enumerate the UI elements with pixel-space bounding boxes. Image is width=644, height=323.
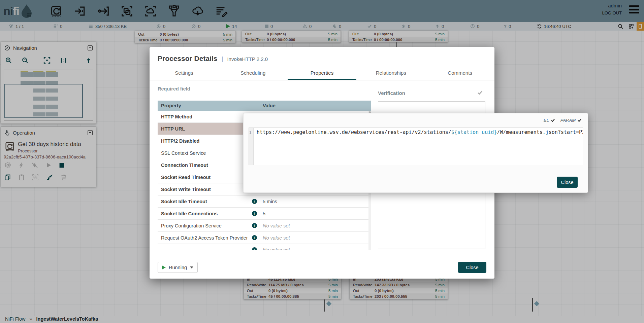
property-name: SSL Context Service (161, 150, 206, 156)
column-header-property: Property (158, 103, 259, 108)
property-name: Socket Read Timeout (161, 175, 211, 180)
title-separator: | (221, 55, 223, 63)
property-value: No value set (259, 223, 371, 228)
property-value: No value set (259, 247, 371, 251)
dialog-title-row: Processor Details | InvokeHTTP 2.2.0 (158, 55, 268, 63)
table-row[interactable]: Request OAuth2 Access Token ProvideriNo … (158, 232, 371, 244)
url-text: /W/measurements.json?start=P30D (497, 129, 583, 135)
column-header-value: Value (259, 103, 371, 108)
chevron-down-icon (190, 266, 193, 268)
tab-properties[interactable]: Properties (288, 67, 357, 80)
property-name: Request OAuth2 Access Token Provider (161, 235, 248, 241)
info-icon: i (252, 223, 257, 228)
info-icon: i (252, 247, 257, 250)
required-field-label: Required field (158, 86, 190, 92)
value-code-editor[interactable]: 1 https://www.pegelonline.wsv.de/webserv… (249, 128, 583, 165)
line-number-gutter: 1 (249, 128, 254, 165)
property-name: HTTP Method (161, 114, 192, 119)
property-value: No value set (259, 235, 371, 241)
running-play-icon (162, 265, 166, 270)
param-label: PARAM (560, 118, 576, 123)
info-icon: i (252, 211, 257, 216)
dialog-tabs: Settings Scheduling Properties Relations… (150, 67, 494, 80)
property-value: 5 mins (259, 199, 371, 204)
info-icon: i (252, 235, 257, 240)
property-name: Socket Write Timeout (161, 187, 211, 192)
run-state-button[interactable]: Running (158, 262, 198, 273)
dialog-title: Processor Details (158, 55, 217, 63)
value-editor-popover: EL PARAM 1 https://www.pegelonline.wsv.d… (243, 113, 588, 193)
el-parameter-reference: ${station_uuid} (451, 129, 497, 135)
tab-scheduling[interactable]: Scheduling (219, 67, 288, 80)
param-supported-flag: PARAM (560, 118, 582, 123)
editor-flags: EL PARAM (544, 118, 582, 123)
el-label: EL (544, 118, 549, 123)
dialog-subtitle: InvokeHTTP 2.2.0 (227, 56, 268, 62)
run-state-label: Running (169, 265, 187, 270)
check-icon (577, 118, 582, 122)
editor-close-button[interactable]: Close (557, 177, 578, 188)
table-row[interactable]: Proxy Configuration ServiceiNo value set (158, 220, 371, 232)
dialog-close-button[interactable]: Close (458, 262, 486, 273)
tab-relationships[interactable]: Relationships (356, 67, 425, 80)
property-name: Connection Timeout (161, 163, 208, 168)
property-value: 5 (259, 211, 371, 216)
check-icon (551, 118, 555, 122)
table-row[interactable]: Socket Idle Connectionsi5 (158, 208, 371, 220)
value-code-line[interactable]: https://www.pegelonline.wsv.de/webservic… (254, 128, 583, 165)
property-name: Socket Idle Connections (161, 211, 218, 216)
table-row[interactable]: iNo value set (158, 244, 371, 250)
table-header: Property Value (158, 101, 371, 111)
property-name: HTTP URL (161, 126, 185, 132)
tab-settings[interactable]: Settings (150, 67, 219, 80)
url-text: https://www.pegelonline.wsv.de/webservic… (257, 129, 451, 135)
info-icon: i (252, 199, 257, 204)
property-name: Socket Idle Timeout (161, 199, 207, 204)
property-name: HTTP/2 Disabled (161, 138, 199, 144)
property-name: Proxy Configuration Service (161, 223, 222, 228)
table-row[interactable]: Socket Idle Timeouti5 mins (158, 195, 371, 208)
verification-check-icon[interactable] (477, 89, 483, 96)
tab-comments[interactable]: Comments (425, 67, 494, 80)
verification-title: Verification (378, 90, 405, 96)
el-supported-flag: EL (544, 118, 555, 123)
